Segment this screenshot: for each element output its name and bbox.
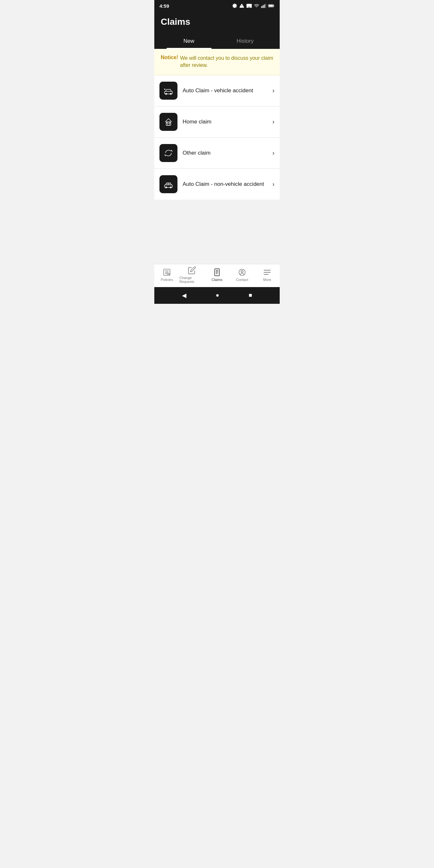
claims-list: Auto Claim - vehicle accident › Home cla…	[154, 75, 280, 199]
policies-label: Policies	[161, 278, 173, 282]
svg-rect-18	[273, 5, 274, 6]
claim-label-other: Other claim	[183, 150, 272, 156]
claim-icon-home	[159, 113, 178, 131]
tab-new[interactable]: New	[161, 33, 217, 49]
status-time: 4:59	[159, 3, 169, 9]
gear-icon	[232, 3, 237, 8]
svg-rect-14	[264, 4, 265, 8]
chevron-auto-non-vehicle: ›	[272, 180, 275, 188]
tab-history[interactable]: History	[217, 33, 273, 49]
claim-item-auto-non-vehicle[interactable]: Auto Claim - non-vehicle accident ›	[154, 169, 280, 199]
svg-rect-13	[262, 5, 264, 8]
status-icons	[232, 3, 275, 8]
chevron-auto-vehicle: ›	[272, 87, 275, 94]
claims-label: Claims	[212, 278, 222, 282]
bottom-nav: Policies Change Requests Claims Contact	[154, 264, 280, 287]
android-back-button[interactable]: ◀	[182, 292, 186, 299]
tabs-container: New History	[161, 33, 273, 49]
claim-icon-other	[159, 144, 178, 162]
contact-label: Contact	[236, 278, 248, 282]
nav-item-contact[interactable]: Contact	[229, 268, 255, 282]
warning-icon	[239, 3, 244, 8]
notice-label: Notice!	[161, 55, 178, 60]
svg-rect-26	[166, 122, 167, 123]
claim-label-auto-non-vehicle: Auto Claim - non-vehicle accident	[183, 181, 272, 187]
claims-icon	[213, 268, 221, 277]
notice-banner: Notice! We will contact you to discuss y…	[154, 49, 280, 75]
chevron-home: ›	[272, 118, 275, 125]
nav-item-change-requests[interactable]: Change Requests	[179, 266, 205, 283]
home-icon	[163, 117, 174, 127]
page-title: Claims	[161, 17, 273, 27]
car-accident-icon	[163, 86, 174, 96]
more-icon	[263, 268, 271, 277]
svg-rect-12	[261, 6, 262, 8]
claim-icon-auto-vehicle	[159, 82, 178, 100]
android-nav-bar: ◀ ● ■	[154, 287, 280, 304]
nav-item-more[interactable]: More	[255, 268, 280, 282]
contact-icon	[238, 268, 246, 277]
policies-icon	[163, 268, 171, 277]
svg-rect-42	[215, 270, 219, 275]
claim-item-home[interactable]: Home claim ›	[154, 106, 280, 137]
header: Claims New History	[154, 11, 280, 49]
status-bar: 4:59	[154, 0, 280, 11]
nav-item-claims[interactable]: Claims	[205, 268, 229, 282]
notice-text: We will contact you to discuss your clai…	[180, 55, 273, 69]
other-claim-icon	[163, 148, 174, 158]
chevron-other: ›	[272, 149, 275, 157]
claim-label-auto-vehicle: Auto Claim - vehicle accident	[183, 88, 272, 94]
change-requests-icon	[188, 266, 196, 275]
svg-point-43	[239, 270, 245, 276]
svg-point-28	[165, 150, 172, 156]
claim-item-other[interactable]: Other claim ›	[154, 137, 280, 169]
svg-rect-27	[169, 122, 170, 123]
car-icon	[163, 179, 174, 189]
svg-rect-17	[269, 5, 273, 7]
svg-rect-15	[265, 3, 266, 8]
nav-item-policies[interactable]: Policies	[154, 268, 179, 282]
svg-rect-24	[166, 122, 171, 125]
claim-label-home: Home claim	[183, 119, 272, 125]
android-recent-button[interactable]: ■	[248, 292, 252, 299]
gray-area	[154, 199, 280, 264]
battery-icon	[268, 3, 275, 8]
claim-item-auto-vehicle[interactable]: Auto Claim - vehicle accident ›	[154, 75, 280, 106]
change-requests-label: Change Requests	[179, 276, 205, 283]
wifi-icon	[254, 3, 259, 8]
android-home-button[interactable]: ●	[216, 292, 219, 299]
keyboard-icon	[246, 3, 252, 8]
more-label: More	[263, 278, 271, 282]
signal-icon	[261, 3, 266, 8]
claim-icon-auto-non-vehicle	[159, 175, 178, 193]
svg-rect-25	[167, 123, 169, 125]
